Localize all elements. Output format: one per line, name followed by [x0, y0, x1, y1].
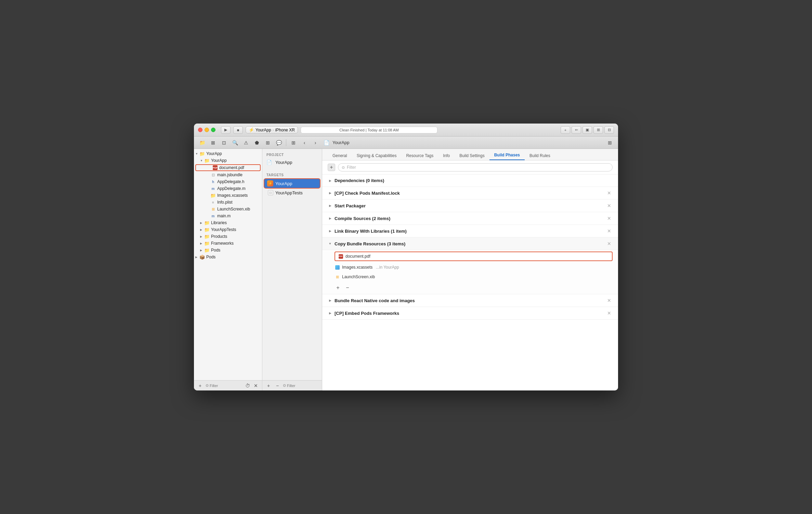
tree-item-main-m[interactable]: m main.m: [194, 213, 262, 219]
targets-footer: + − ⊙ Filter: [262, 380, 322, 390]
file-name-xib: LaunchScreen.xib: [342, 274, 375, 279]
chevron-icon: ▼: [195, 152, 199, 155]
tree-item-yourapp-tests[interactable]: ▶ 📁 YourAppTests: [194, 226, 262, 233]
maximize-button[interactable]: [211, 128, 215, 132]
remove-resource-button[interactable]: −: [344, 284, 351, 291]
add-file-button[interactable]: +: [197, 382, 204, 389]
close-phase-embed-pods[interactable]: ✕: [606, 310, 613, 317]
grid-view[interactable]: ⊞: [289, 138, 298, 147]
tree-item-libraries[interactable]: ▶ 📁 Libraries: [194, 219, 262, 226]
scheme-selector[interactable]: ⚡ YourApp › iPhone XR: [246, 126, 298, 133]
expand-icon: ▶: [328, 191, 332, 195]
chevron-icon: ▶: [200, 235, 204, 238]
tab-build-phases[interactable]: Build Phases: [489, 151, 525, 160]
target-item-yourapp[interactable]: ⚡ YourApp: [264, 178, 320, 189]
project-item-yourapp[interactable]: 📄 YourApp: [262, 158, 322, 166]
folder-icon: 📁: [204, 241, 210, 246]
close-phase-link-binary[interactable]: ✕: [606, 228, 613, 234]
tree-item-root-yourapp[interactable]: ▼ 📁 YourApp: [194, 150, 262, 157]
tab-build-settings[interactable]: Build Settings: [455, 151, 489, 160]
close-phase-bundle-react[interactable]: ✕: [606, 297, 613, 304]
test-navigator[interactable]: ⊡: [219, 138, 229, 147]
project-label: YourApp: [275, 160, 292, 165]
minimize-button[interactable]: [205, 128, 209, 132]
tab-signing[interactable]: Signing & Capabilities: [352, 151, 402, 160]
phase-file-document-pdf[interactable]: PDF document.pdf: [335, 252, 613, 261]
tree-item-pods-root[interactable]: ▶ 📦 Pods: [194, 254, 262, 260]
tab-resource-tags[interactable]: Resource Tags: [401, 151, 438, 160]
phase-copy-bundle[interactable]: ▼ Copy Bundle Resources (3 items) ✕: [322, 237, 618, 250]
tree-item-appdelegate-m[interactable]: m AppDelegate.m: [194, 185, 262, 192]
chevron-icon: ▶: [195, 256, 199, 259]
layout-button-2[interactable]: ⊞: [593, 126, 603, 134]
add-target-button[interactable]: +: [265, 382, 272, 389]
xib-icon: ⊞: [210, 206, 216, 212]
tree-item-pods-sub[interactable]: ▶ 📁 Pods: [194, 247, 262, 254]
tree-item-images-xcassets[interactable]: 📁 Images.xcassets: [194, 192, 262, 199]
tree-label: YourAppTests: [211, 227, 236, 232]
tree-item-appdelegate-h[interactable]: h AppDelegate.h: [194, 178, 262, 185]
play-button[interactable]: ▶: [221, 126, 231, 134]
tree-item-products[interactable]: ▶ 📁 Products: [194, 233, 262, 240]
add-button[interactable]: +: [561, 126, 570, 134]
inspector-toggle[interactable]: ⊞: [605, 138, 615, 147]
filter-field[interactable]: ⊙ Filter: [338, 163, 613, 171]
phase-embed-pods[interactable]: ▶ [CP] Embed Pods Frameworks ✕: [322, 307, 618, 320]
close-phase-start-packager[interactable]: ✕: [606, 202, 613, 209]
filter-toggle[interactable]: ✕: [252, 382, 259, 389]
tree-item-frameworks[interactable]: ▶ 📁 Frameworks: [194, 240, 262, 247]
file-icon: 📄: [322, 138, 331, 147]
project-icon: 📄: [266, 159, 272, 165]
sidebar-toggle[interactable]: 📁: [197, 138, 207, 147]
phase-file-launchscreen[interactable]: ⊞ LaunchScreen.xib: [322, 272, 618, 282]
tree-label: YourApp: [206, 151, 222, 156]
clock-button[interactable]: ⏱: [244, 382, 251, 389]
close-phase-check-pods[interactable]: ✕: [606, 190, 613, 196]
chevron-icon: ▶: [200, 242, 204, 245]
tree-item-document-pdf[interactable]: PDF document.pdf: [195, 164, 261, 171]
project-section-header: PROJECT: [262, 152, 322, 158]
tree-item-launchscreen-xib[interactable]: ⊞ LaunchScreen.xib: [194, 206, 262, 213]
phase-link-binary[interactable]: ▶ Link Binary With Libraries (1 item) ✕: [322, 225, 618, 237]
search-navigator[interactable]: 🔍: [230, 138, 240, 147]
phase-file-images[interactable]: Images.xcassets ...in YourApp: [322, 262, 618, 272]
close-button[interactable]: [198, 128, 202, 132]
pdf-file-icon: PDF: [213, 165, 218, 170]
file-tree: ▼ 📁 YourApp ▼ 📁 YourApp PDF document.: [194, 149, 262, 380]
folder-icon: 📁: [204, 247, 210, 253]
tab-info[interactable]: Info: [438, 151, 455, 160]
layout-button-3[interactable]: ⊟: [604, 126, 614, 134]
stop-button[interactable]: ■: [233, 126, 243, 134]
phase-dependencies[interactable]: ▶ Dependencies (0 items): [322, 175, 618, 187]
breakpoint-navigator[interactable]: ⬟: [252, 138, 262, 147]
layout-button-1[interactable]: ▣: [582, 126, 592, 134]
close-phase-compile-sources[interactable]: ✕: [606, 215, 613, 222]
phase-check-pods[interactable]: ▶ [CP] Check Pods Manifest.lock ✕: [322, 187, 618, 200]
add-resource-button[interactable]: +: [335, 284, 341, 291]
close-phase-copy-bundle[interactable]: ✕: [606, 240, 613, 247]
source-control-button[interactable]: ⇐: [572, 126, 581, 134]
add-phase-button[interactable]: +: [328, 164, 335, 171]
phase-title-start-packager: Start Packager: [335, 203, 606, 208]
phase-bundle-react[interactable]: ▶ Bundle React Native code and images ✕: [322, 294, 618, 307]
issue-navigator[interactable]: ⊠: [208, 138, 218, 147]
breadcrumb-label: YourApp: [332, 140, 349, 145]
tree-item-yourapp[interactable]: ▼ 📁 YourApp: [194, 157, 262, 164]
phase-start-packager[interactable]: ▶ Start Packager ✕: [322, 200, 618, 212]
targets-section-header: TARGETS: [262, 172, 322, 178]
main-content: ▼ 📁 YourApp ▼ 📁 YourApp PDF document.: [194, 149, 618, 390]
warning-navigator[interactable]: ⚠: [241, 138, 251, 147]
pdf-small-icon: PDF: [339, 254, 343, 259]
report-navigator[interactable]: 💬: [274, 138, 284, 147]
h-icon: h: [210, 179, 216, 184]
view-toggle[interactable]: ⊞: [263, 138, 273, 147]
back-button[interactable]: ‹: [300, 138, 309, 147]
tab-general[interactable]: General: [328, 151, 352, 160]
phase-compile-sources[interactable]: ▶ Compile Sources (2 items) ✕: [322, 212, 618, 225]
tab-build-rules[interactable]: Build Rules: [525, 151, 555, 160]
remove-target-button[interactable]: −: [274, 382, 281, 389]
tree-item-info-plist[interactable]: ≡ Info.plist: [194, 199, 262, 206]
target-item-tests[interactable]: □ YourAppTests: [262, 189, 322, 197]
forward-button[interactable]: ›: [311, 138, 320, 147]
tree-item-main-jsbundle[interactable]: ⊡ main.jsbundle: [194, 171, 262, 178]
